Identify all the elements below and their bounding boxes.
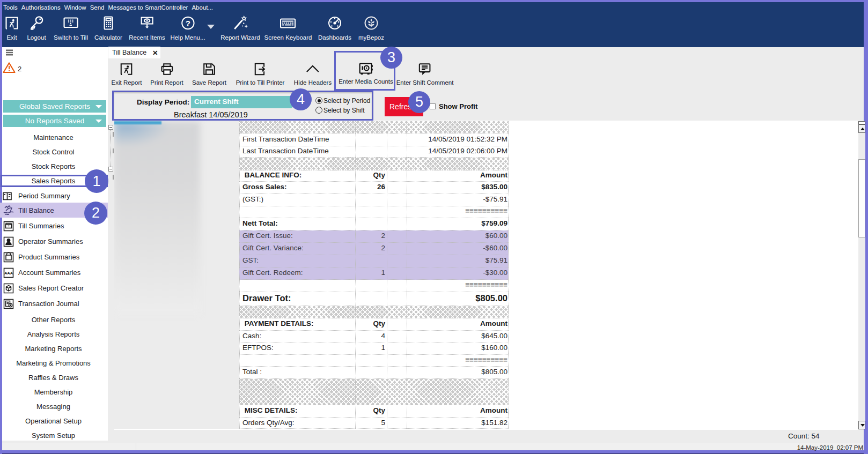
svg-text:AAA: AAA xyxy=(4,271,13,276)
svg-text:?: ? xyxy=(185,19,190,28)
